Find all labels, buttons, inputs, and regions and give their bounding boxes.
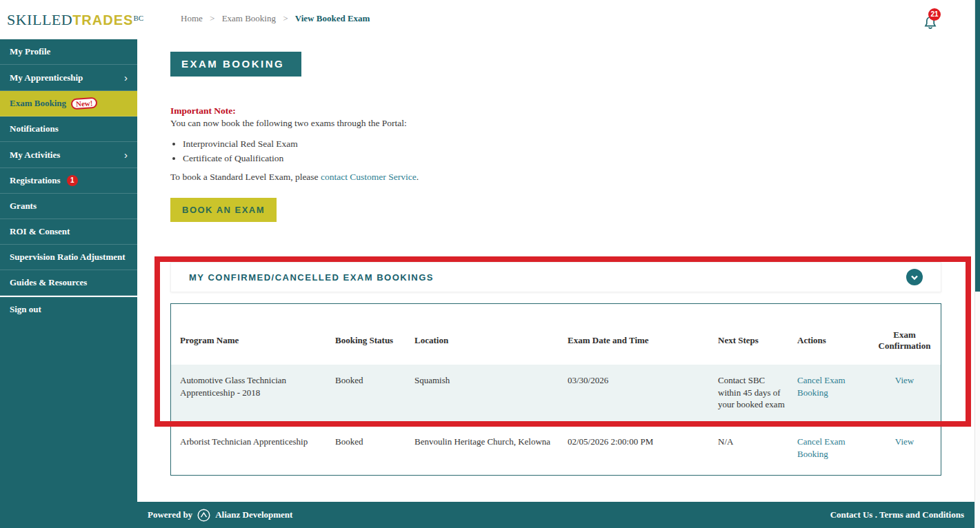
column-header-location: Location	[414, 335, 568, 346]
logo-bc: BC	[133, 14, 143, 22]
footer: Powered by Alianz Development Contact Us…	[0, 502, 974, 528]
sidebar-item-label: My Apprenticeship	[10, 72, 83, 83]
chevron-right-icon: ›	[124, 72, 128, 83]
breadcrumb-separator: >	[210, 13, 214, 23]
accordion-title: MY CONFIRMED/CANCELLED EXAM BOOKINGS	[189, 272, 434, 283]
sidebar-item-label: My Profile	[10, 46, 50, 57]
cell-booking-status: Booked	[335, 374, 414, 427]
cell-location: Squamish	[414, 374, 568, 427]
new-badge: New!	[70, 97, 97, 110]
alianz-logo-icon	[197, 508, 211, 522]
standard-exam-line: To book a Standard Level Exam, please co…	[170, 172, 419, 183]
cell-program-name: Arborist Technician Apprenticeship	[180, 436, 335, 475]
brand-logo[interactable]: SKILLEDTRADESBC	[7, 11, 143, 29]
table-row: Automotive Glass Technician Apprenticesh…	[171, 365, 941, 427]
exam-types-list: Interprovincial Red Seal Exam Certificat…	[183, 139, 298, 167]
sidebar-item-grants[interactable]: Grants	[0, 194, 137, 219]
column-header-exam-date: Exam Date and Time	[568, 335, 718, 346]
sidebar-item-my-profile[interactable]: My Profile	[0, 39, 137, 65]
bookings-table: Program Name Booking Status Location Exa…	[170, 303, 941, 476]
sidebar-item-label: ROI & Consent	[10, 226, 70, 237]
sidebar-item-registrations[interactable]: Registrations 1	[0, 168, 137, 194]
sidebar-item-label: Exam Booking	[10, 98, 66, 109]
sidebar-item-label: Grants	[10, 201, 37, 212]
sidebar-item-label: Sign out	[10, 304, 41, 315]
cancel-exam-booking-link[interactable]: Cancel Exam Booking	[797, 436, 846, 459]
registrations-count-badge: 1	[67, 175, 78, 186]
sidebar-item-label: Guides & Resources	[10, 277, 87, 288]
cell-next-steps: N/A	[718, 436, 797, 475]
breadcrumb: Home > Exam Booking > View Booked Exam	[181, 13, 370, 24]
cell-booking-status: Booked	[335, 436, 414, 475]
table-header-row: Program Name Booking Status Location Exa…	[171, 304, 941, 365]
powered-by: Powered by Alianz Development	[148, 508, 292, 522]
sidebar-item-my-apprenticeship[interactable]: My Apprenticeship ›	[0, 65, 137, 91]
sidebar-item-my-activities[interactable]: My Activities ›	[0, 142, 137, 168]
view-confirmation-link[interactable]: View	[895, 436, 914, 447]
sidebar-item-exam-booking[interactable]: Exam Booking New!	[0, 91, 137, 116]
cell-location: Benvoulin Heritage Church, Kelowna	[414, 436, 568, 475]
column-header-exam-confirmation: Exam Confirmation	[877, 329, 941, 352]
book-an-exam-button[interactable]: BOOK AN EXAM	[170, 198, 277, 222]
sidebar-item-label: Registrations	[10, 175, 61, 186]
standard-exam-text: To book a Standard Level Exam, please	[170, 172, 321, 182]
sidebar-item-label: My Activities	[10, 150, 60, 161]
list-item: Certificate of Qualification	[183, 153, 298, 164]
cancel-exam-booking-link[interactable]: Cancel Exam Booking	[797, 375, 846, 398]
view-confirmation-link[interactable]: View	[895, 375, 914, 385]
sidebar-item-supervision-ratio[interactable]: Supervision Ratio Adjustment	[0, 245, 137, 270]
standard-exam-period: .	[417, 172, 419, 182]
company-name: Alianz Development	[215, 509, 292, 520]
table-row: Arborist Technician Apprenticeship Booke…	[171, 427, 941, 475]
sidebar-item-guides-resources[interactable]: Guides & Resources	[0, 270, 137, 296]
chevron-right-icon: ›	[124, 149, 128, 161]
page-title: EXAM BOOKING	[170, 52, 301, 77]
cell-exam-date: 03/30/2026	[568, 374, 718, 427]
breadcrumb-exam-booking[interactable]: Exam Booking	[222, 13, 276, 23]
logo-trades: TRADES	[72, 12, 133, 28]
collapse-toggle-button[interactable]	[906, 269, 923, 285]
powered-by-label: Powered by	[148, 509, 192, 520]
notifications-bell-button[interactable]: 21	[922, 10, 946, 34]
vertical-scrollbar[interactable]	[974, 0, 980, 528]
sidebar-item-sign-out[interactable]: Sign out	[0, 296, 137, 322]
cell-program-name: Automotive Glass Technician Apprenticesh…	[180, 374, 335, 427]
column-header-next-steps: Next Steps	[718, 335, 797, 346]
footer-links[interactable]: Contact Us . Terms and Conditions	[830, 509, 964, 520]
column-header-actions: Actions	[797, 335, 877, 346]
list-item: Interprovincial Red Seal Exam	[183, 139, 298, 150]
sidebar-item-roi-consent[interactable]: ROI & Consent	[0, 219, 137, 245]
scrollbar-thumb[interactable]	[975, 0, 980, 292]
contact-customer-service-link[interactable]: contact Customer Service	[321, 172, 417, 182]
important-note-body: You can now book the following two exams…	[170, 118, 407, 129]
sidebar-item-label: Notifications	[10, 123, 59, 134]
breadcrumb-home[interactable]: Home	[181, 13, 203, 23]
sidebar-item-notifications[interactable]: Notifications	[0, 116, 137, 142]
chevron-down-icon	[906, 269, 923, 285]
breadcrumb-current: View Booked Exam	[295, 13, 370, 23]
main-content: EXAM BOOKING Important Note: You can now…	[137, 39, 974, 502]
cell-next-steps: Contact SBC within 45 days of your booke…	[718, 374, 797, 427]
notification-count-badge: 21	[928, 8, 941, 21]
sidebar-item-label: Supervision Ratio Adjustment	[10, 252, 126, 263]
breadcrumb-separator: >	[283, 13, 288, 23]
column-header-program-name: Program Name	[180, 335, 335, 346]
important-note-heading: Important Note:	[170, 105, 236, 116]
column-header-booking-status: Booking Status	[335, 335, 414, 346]
top-bar: SKILLEDTRADESBC Home > Exam Booking > Vi…	[0, 0, 974, 39]
sidebar: My Profile My Apprenticeship › Exam Book…	[0, 39, 137, 528]
logo-skilled: SKILLED	[7, 11, 72, 28]
cell-exam-date: 02/05/2026 2:00:00 PM	[568, 436, 718, 475]
confirmed-bookings-accordion-header[interactable]: MY CONFIRMED/CANCELLED EXAM BOOKINGS	[170, 262, 941, 292]
